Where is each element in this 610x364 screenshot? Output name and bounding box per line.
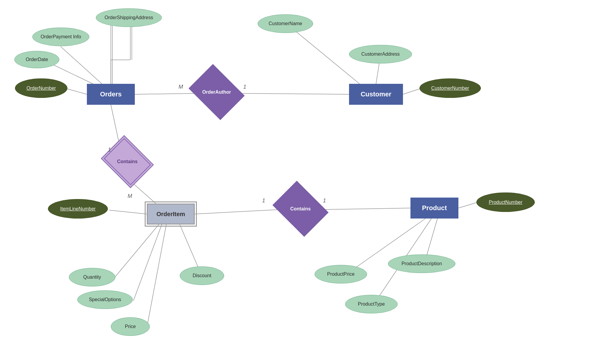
entity-product: Product xyxy=(410,198,458,219)
cardinality-1a: 1 xyxy=(243,84,246,90)
attr-ordershipping: OrderShippingAddress xyxy=(96,8,162,27)
svg-line-18 xyxy=(147,225,166,328)
cardinality-1c: 1 xyxy=(262,198,265,204)
attr-ordernumber: OrderNumber xyxy=(15,78,67,98)
cardinality-1b: 1 xyxy=(108,147,111,153)
attr-specialoptions: SpecialOptions xyxy=(77,290,133,309)
entity-orders: Orders xyxy=(87,84,135,105)
svg-line-15 xyxy=(458,203,476,208)
svg-line-12 xyxy=(195,210,280,214)
cardinality-m1: M xyxy=(179,84,183,90)
attr-discount: Discount xyxy=(180,266,224,285)
relationship-contains1: Contains xyxy=(106,145,148,178)
attr-customeraddress: CustomerAddress xyxy=(349,45,412,63)
connection-lines xyxy=(0,0,610,364)
entity-customer: Customer xyxy=(349,84,403,105)
svg-line-9 xyxy=(403,89,419,94)
relationship-orderauthor: OrderAuthor xyxy=(194,75,239,109)
er-diagram: Orders Customer OrderItem Product OrderA… xyxy=(0,0,610,364)
svg-line-17 xyxy=(133,225,162,301)
attr-itemlinenumber: ItemLineNumber xyxy=(48,199,108,219)
svg-line-13 xyxy=(322,208,410,210)
attr-orderdate: OrderDate xyxy=(14,51,59,68)
attr-productnumber: ProductNumber xyxy=(476,192,535,212)
entity-orderitem: OrderItem xyxy=(147,204,195,225)
attr-customernumber: CustomerNumber xyxy=(419,78,481,98)
svg-line-1 xyxy=(241,93,349,94)
attr-customername: CustomerName xyxy=(258,14,313,33)
svg-line-6 xyxy=(67,89,87,94)
svg-line-16 xyxy=(114,225,159,278)
svg-line-4 xyxy=(61,46,102,84)
svg-line-7 xyxy=(287,24,360,84)
cardinality-m2: M xyxy=(128,193,132,199)
svg-line-14 xyxy=(109,210,147,214)
attr-price: Price xyxy=(111,317,150,336)
attr-quantity: Quantity xyxy=(69,268,115,286)
relationship-contains2: Contains xyxy=(278,192,323,226)
svg-line-0 xyxy=(135,93,196,94)
attr-producttype: ProductType xyxy=(345,295,398,313)
attr-productdescription: ProductDescription xyxy=(388,254,455,273)
cardinality-1d: 1 xyxy=(323,198,326,204)
attr-productprice: ProductPrice xyxy=(315,265,367,283)
attr-orderpayment: OrderPayment Info xyxy=(32,28,89,46)
